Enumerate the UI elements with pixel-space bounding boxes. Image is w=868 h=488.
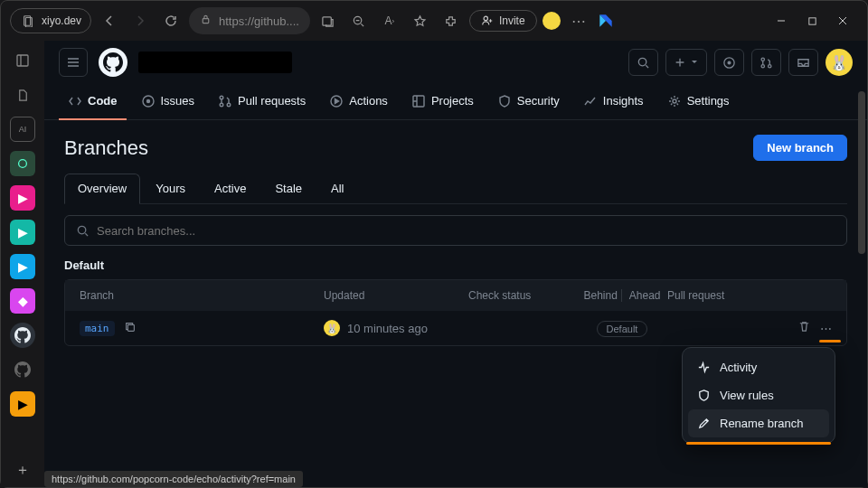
copilot-icon[interactable] [597, 12, 615, 30]
minimize-button[interactable] [775, 14, 788, 27]
sidebar-tabs-icon[interactable] [10, 48, 35, 73]
github-header: 🐰 [44, 41, 867, 84]
tab-pill[interactable]: xiyo.dev [10, 8, 91, 33]
svg-point-16 [146, 99, 149, 102]
highlight-underline-kebab [819, 340, 841, 343]
sidebar-app-3[interactable]: ▶ [10, 254, 35, 279]
delete-branch-icon[interactable] [797, 320, 811, 336]
inbox-button[interactable] [788, 49, 818, 76]
svg-point-23 [78, 226, 85, 233]
forward-button [127, 8, 153, 33]
menu-rename-branch[interactable]: Rename branch [688, 409, 829, 437]
maximize-button[interactable] [806, 14, 818, 27]
more-icon[interactable]: ⋯ [566, 8, 591, 33]
search-icon [76, 224, 90, 238]
tab-pull-requests[interactable]: Pull requests [209, 84, 315, 120]
tab-security[interactable]: Security [488, 84, 569, 120]
svg-point-8 [19, 160, 27, 168]
favorite-icon[interactable] [408, 8, 433, 33]
lock-icon [200, 14, 212, 28]
branch-kebab-icon[interactable]: ⋯ [820, 322, 832, 335]
copy-icon[interactable] [124, 321, 137, 336]
tab-projects[interactable]: Projects [402, 84, 483, 120]
pullrequests-button[interactable] [751, 49, 781, 76]
svg-point-5 [484, 16, 487, 20]
scrollbar[interactable] [858, 91, 865, 254]
svg-point-14 [769, 64, 771, 67]
svg-point-17 [220, 96, 223, 99]
browser-titlebar: xiyo.dev https://github.... A› Invite ⋯ [1, 1, 867, 41]
svg-point-18 [220, 103, 223, 107]
url-bar[interactable]: https://github.... [189, 7, 310, 34]
sidebar-ai-icon[interactable]: AI [10, 117, 35, 142]
col-behind-ahead: BehindAhead [577, 289, 667, 302]
invite-label: Invite [499, 14, 525, 27]
highlight-underline-rename [686, 442, 831, 445]
tab-insights[interactable]: Insights [574, 84, 653, 120]
sidebar-app-4[interactable]: ◆ [10, 288, 35, 314]
tab-issues[interactable]: Issues [132, 84, 204, 120]
sidebar-github-alt[interactable] [10, 357, 35, 382]
browser-avatar[interactable] [542, 12, 561, 30]
branches-table: Branch Updated Check status BehindAhead … [64, 279, 847, 346]
sidebar-app-1[interactable]: ▶ [10, 185, 35, 211]
tab-all[interactable]: All [317, 174, 357, 203]
site-icon [20, 13, 36, 29]
svg-rect-7 [17, 55, 28, 66]
table-header: Branch Updated Check status BehindAhead … [65, 280, 846, 311]
tab-active[interactable]: Active [201, 174, 259, 203]
status-bar-url: https://github.com/popcorn-code/echo/act… [44, 471, 303, 487]
add-sidebar-button[interactable]: ＋ [15, 461, 30, 480]
browser-sidebar: AI ▶ ▶ ▶ ◆ ▶ [1, 41, 44, 487]
menu-button[interactable] [59, 48, 88, 77]
sidebar-chat-icon[interactable] [10, 151, 35, 176]
branch-search-input[interactable] [97, 224, 835, 238]
tab-actions[interactable]: Actions [320, 84, 397, 120]
invite-button[interactable]: Invite [469, 10, 537, 32]
text-size-icon[interactable]: A› [377, 8, 402, 33]
extensions-icon[interactable] [439, 8, 464, 33]
sidebar-app-5[interactable]: ▶ [10, 391, 35, 417]
svg-rect-2 [203, 19, 209, 23]
create-new-button[interactable] [665, 49, 707, 76]
reload-button[interactable] [158, 8, 184, 33]
tab-overview[interactable]: Overview [64, 174, 140, 204]
sidebar-github-active[interactable] [10, 323, 35, 348]
updated-text: 10 minutes ago [347, 322, 428, 335]
sidebar-file-icon[interactable] [10, 82, 35, 108]
table-row: main 🐰 10 minutes ago Default ⋯ [65, 311, 846, 345]
branch-search[interactable] [64, 215, 847, 246]
issues-button[interactable] [714, 49, 744, 76]
default-badge: Default [597, 321, 648, 337]
svg-point-22 [673, 99, 676, 103]
tab-settings[interactable]: Settings [658, 84, 739, 120]
commit-avatar[interactable]: 🐰 [324, 320, 340, 336]
activity-icon [697, 361, 711, 374]
tab-stale[interactable]: Stale [261, 174, 316, 203]
zoom-out-icon[interactable] [346, 8, 372, 33]
svg-point-13 [761, 64, 764, 67]
shield-icon [697, 389, 711, 402]
page-title: Branches [64, 136, 148, 160]
branch-name-tag[interactable]: main [80, 321, 115, 336]
tab-code[interactable]: Code [59, 84, 127, 120]
close-button[interactable] [836, 14, 849, 27]
tab-yours[interactable]: Yours [142, 174, 199, 203]
col-pr: Pull request [667, 289, 787, 302]
github-logo[interactable] [99, 48, 127, 77]
svg-rect-24 [127, 324, 134, 331]
back-button[interactable] [97, 8, 122, 33]
user-avatar[interactable]: 🐰 [826, 49, 853, 76]
tab-title: xiyo.dev [42, 14, 81, 27]
new-tab-icon[interactable] [316, 8, 341, 33]
svg-point-19 [227, 103, 231, 107]
sidebar-app-2[interactable]: ▶ [10, 220, 35, 245]
search-button[interactable] [628, 49, 658, 76]
branch-filter-tabs: Overview Yours Active Stale All [64, 174, 847, 204]
svg-rect-6 [808, 17, 815, 23]
menu-view-rules[interactable]: View rules [688, 381, 829, 409]
svg-point-9 [638, 58, 646, 65]
menu-activity[interactable]: Activity [688, 353, 829, 381]
new-branch-button[interactable]: New branch [753, 135, 847, 161]
page-main: 🐰 Code Issues Pull requests Actions Proj… [44, 41, 867, 487]
